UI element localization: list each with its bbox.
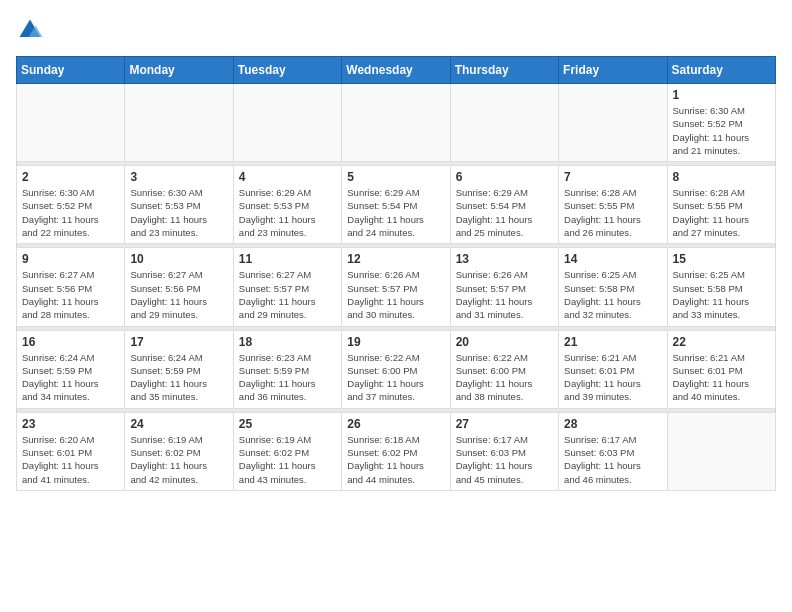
day-number: 15 <box>673 252 770 266</box>
calendar-cell: 12Sunrise: 6:26 AM Sunset: 5:57 PM Dayli… <box>342 248 450 326</box>
calendar-header-wednesday: Wednesday <box>342 57 450 84</box>
logo-icon <box>16 16 44 44</box>
day-info: Sunrise: 6:25 AM Sunset: 5:58 PM Dayligh… <box>673 268 770 321</box>
day-info: Sunrise: 6:18 AM Sunset: 6:02 PM Dayligh… <box>347 433 444 486</box>
calendar-cell: 15Sunrise: 6:25 AM Sunset: 5:58 PM Dayli… <box>667 248 775 326</box>
day-number: 16 <box>22 335 119 349</box>
day-number: 23 <box>22 417 119 431</box>
day-info: Sunrise: 6:22 AM Sunset: 6:00 PM Dayligh… <box>347 351 444 404</box>
day-info: Sunrise: 6:19 AM Sunset: 6:02 PM Dayligh… <box>130 433 227 486</box>
calendar-cell: 7Sunrise: 6:28 AM Sunset: 5:55 PM Daylig… <box>559 166 667 244</box>
calendar-header-monday: Monday <box>125 57 233 84</box>
calendar-cell: 8Sunrise: 6:28 AM Sunset: 5:55 PM Daylig… <box>667 166 775 244</box>
day-number: 8 <box>673 170 770 184</box>
calendar-week-row: 1Sunrise: 6:30 AM Sunset: 5:52 PM Daylig… <box>17 84 776 162</box>
calendar-cell: 2Sunrise: 6:30 AM Sunset: 5:52 PM Daylig… <box>17 166 125 244</box>
day-info: Sunrise: 6:30 AM Sunset: 5:52 PM Dayligh… <box>22 186 119 239</box>
calendar-header-friday: Friday <box>559 57 667 84</box>
day-number: 19 <box>347 335 444 349</box>
calendar-cell: 19Sunrise: 6:22 AM Sunset: 6:00 PM Dayli… <box>342 330 450 408</box>
calendar-week-row: 9Sunrise: 6:27 AM Sunset: 5:56 PM Daylig… <box>17 248 776 326</box>
day-info: Sunrise: 6:28 AM Sunset: 5:55 PM Dayligh… <box>673 186 770 239</box>
day-number: 11 <box>239 252 336 266</box>
day-info: Sunrise: 6:23 AM Sunset: 5:59 PM Dayligh… <box>239 351 336 404</box>
calendar-cell: 13Sunrise: 6:26 AM Sunset: 5:57 PM Dayli… <box>450 248 558 326</box>
calendar-cell: 11Sunrise: 6:27 AM Sunset: 5:57 PM Dayli… <box>233 248 341 326</box>
day-info: Sunrise: 6:30 AM Sunset: 5:52 PM Dayligh… <box>673 104 770 157</box>
day-info: Sunrise: 6:20 AM Sunset: 6:01 PM Dayligh… <box>22 433 119 486</box>
calendar-cell: 6Sunrise: 6:29 AM Sunset: 5:54 PM Daylig… <box>450 166 558 244</box>
day-number: 28 <box>564 417 661 431</box>
calendar-cell: 24Sunrise: 6:19 AM Sunset: 6:02 PM Dayli… <box>125 412 233 490</box>
day-info: Sunrise: 6:29 AM Sunset: 5:53 PM Dayligh… <box>239 186 336 239</box>
day-number: 6 <box>456 170 553 184</box>
day-number: 27 <box>456 417 553 431</box>
day-info: Sunrise: 6:28 AM Sunset: 5:55 PM Dayligh… <box>564 186 661 239</box>
calendar-cell: 10Sunrise: 6:27 AM Sunset: 5:56 PM Dayli… <box>125 248 233 326</box>
calendar-cell: 14Sunrise: 6:25 AM Sunset: 5:58 PM Dayli… <box>559 248 667 326</box>
calendar-week-row: 16Sunrise: 6:24 AM Sunset: 5:59 PM Dayli… <box>17 330 776 408</box>
calendar-cell: 4Sunrise: 6:29 AM Sunset: 5:53 PM Daylig… <box>233 166 341 244</box>
day-number: 12 <box>347 252 444 266</box>
day-info: Sunrise: 6:21 AM Sunset: 6:01 PM Dayligh… <box>564 351 661 404</box>
calendar-cell: 26Sunrise: 6:18 AM Sunset: 6:02 PM Dayli… <box>342 412 450 490</box>
day-info: Sunrise: 6:22 AM Sunset: 6:00 PM Dayligh… <box>456 351 553 404</box>
calendar-cell: 17Sunrise: 6:24 AM Sunset: 5:59 PM Dayli… <box>125 330 233 408</box>
day-number: 22 <box>673 335 770 349</box>
day-info: Sunrise: 6:24 AM Sunset: 5:59 PM Dayligh… <box>130 351 227 404</box>
calendar-cell <box>342 84 450 162</box>
calendar-header-tuesday: Tuesday <box>233 57 341 84</box>
day-info: Sunrise: 6:17 AM Sunset: 6:03 PM Dayligh… <box>564 433 661 486</box>
calendar-cell: 28Sunrise: 6:17 AM Sunset: 6:03 PM Dayli… <box>559 412 667 490</box>
calendar-header-saturday: Saturday <box>667 57 775 84</box>
day-number: 5 <box>347 170 444 184</box>
day-info: Sunrise: 6:27 AM Sunset: 5:57 PM Dayligh… <box>239 268 336 321</box>
day-number: 21 <box>564 335 661 349</box>
calendar-cell: 23Sunrise: 6:20 AM Sunset: 6:01 PM Dayli… <box>17 412 125 490</box>
day-number: 14 <box>564 252 661 266</box>
calendar-header-row: SundayMondayTuesdayWednesdayThursdayFrid… <box>17 57 776 84</box>
day-number: 4 <box>239 170 336 184</box>
day-number: 20 <box>456 335 553 349</box>
calendar-week-row: 2Sunrise: 6:30 AM Sunset: 5:52 PM Daylig… <box>17 166 776 244</box>
day-number: 10 <box>130 252 227 266</box>
day-info: Sunrise: 6:17 AM Sunset: 6:03 PM Dayligh… <box>456 433 553 486</box>
calendar-cell <box>125 84 233 162</box>
day-number: 1 <box>673 88 770 102</box>
day-number: 9 <box>22 252 119 266</box>
day-number: 3 <box>130 170 227 184</box>
day-info: Sunrise: 6:26 AM Sunset: 5:57 PM Dayligh… <box>456 268 553 321</box>
calendar-cell: 21Sunrise: 6:21 AM Sunset: 6:01 PM Dayli… <box>559 330 667 408</box>
calendar-cell: 5Sunrise: 6:29 AM Sunset: 5:54 PM Daylig… <box>342 166 450 244</box>
calendar-cell: 25Sunrise: 6:19 AM Sunset: 6:02 PM Dayli… <box>233 412 341 490</box>
day-info: Sunrise: 6:24 AM Sunset: 5:59 PM Dayligh… <box>22 351 119 404</box>
day-info: Sunrise: 6:19 AM Sunset: 6:02 PM Dayligh… <box>239 433 336 486</box>
calendar-cell: 3Sunrise: 6:30 AM Sunset: 5:53 PM Daylig… <box>125 166 233 244</box>
day-number: 18 <box>239 335 336 349</box>
calendar-cell <box>559 84 667 162</box>
calendar-cell <box>17 84 125 162</box>
day-info: Sunrise: 6:21 AM Sunset: 6:01 PM Dayligh… <box>673 351 770 404</box>
day-info: Sunrise: 6:26 AM Sunset: 5:57 PM Dayligh… <box>347 268 444 321</box>
day-info: Sunrise: 6:25 AM Sunset: 5:58 PM Dayligh… <box>564 268 661 321</box>
day-number: 2 <box>22 170 119 184</box>
day-number: 26 <box>347 417 444 431</box>
day-info: Sunrise: 6:27 AM Sunset: 5:56 PM Dayligh… <box>130 268 227 321</box>
day-number: 17 <box>130 335 227 349</box>
day-number: 7 <box>564 170 661 184</box>
calendar-header-thursday: Thursday <box>450 57 558 84</box>
calendar-cell: 27Sunrise: 6:17 AM Sunset: 6:03 PM Dayli… <box>450 412 558 490</box>
day-info: Sunrise: 6:27 AM Sunset: 5:56 PM Dayligh… <box>22 268 119 321</box>
calendar-cell: 9Sunrise: 6:27 AM Sunset: 5:56 PM Daylig… <box>17 248 125 326</box>
page-header <box>16 16 776 44</box>
calendar-table: SundayMondayTuesdayWednesdayThursdayFrid… <box>16 56 776 491</box>
calendar-cell: 16Sunrise: 6:24 AM Sunset: 5:59 PM Dayli… <box>17 330 125 408</box>
day-number: 24 <box>130 417 227 431</box>
calendar-week-row: 23Sunrise: 6:20 AM Sunset: 6:01 PM Dayli… <box>17 412 776 490</box>
day-number: 25 <box>239 417 336 431</box>
calendar-cell <box>450 84 558 162</box>
calendar-cell <box>667 412 775 490</box>
calendar-cell: 18Sunrise: 6:23 AM Sunset: 5:59 PM Dayli… <box>233 330 341 408</box>
logo <box>16 16 46 44</box>
calendar-header-sunday: Sunday <box>17 57 125 84</box>
